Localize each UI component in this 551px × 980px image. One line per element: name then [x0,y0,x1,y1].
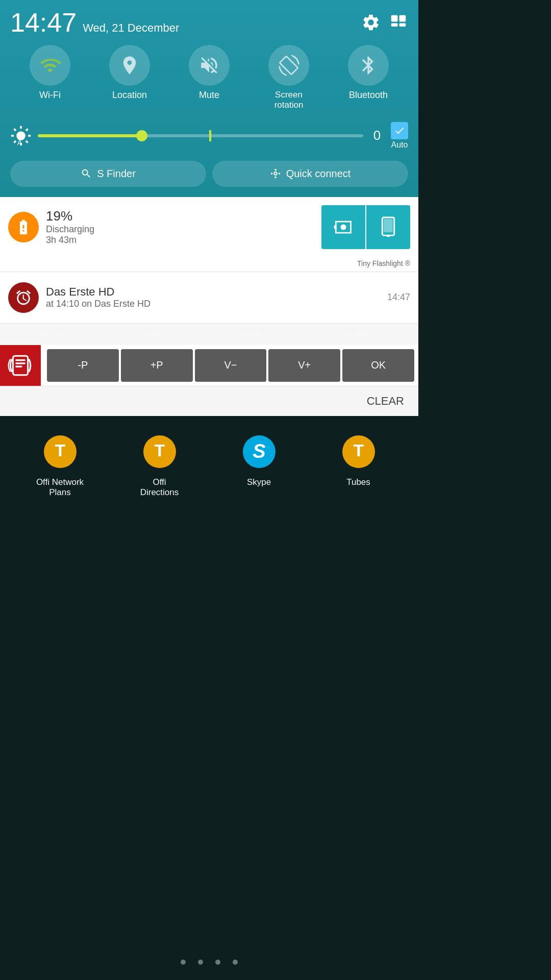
remote-v-minus-button[interactable]: V− [195,349,267,382]
svg-rect-0 [391,15,398,22]
das-erste-notification: Das Erste HD at 14:10 on Das Erste HD 14… [0,272,418,324]
svg-line-8 [26,141,28,143]
s-finder-button[interactable]: S Finder [10,161,206,187]
skype-label: Skype [247,477,271,487]
app-icon-offi-network[interactable]: T Offi NetworkPlans [27,431,93,498]
brightness-row: A 0 Auto [10,120,408,152]
skype-icon: S [239,431,280,472]
flashlight-projector-button[interactable] [321,205,365,249]
offi-network-label: Offi NetworkPlans [36,477,84,498]
home-dot-2 [198,960,203,965]
offi-directions-icon: T [139,431,180,472]
remote-minus-p-button[interactable]: -P [47,349,119,382]
svg-rect-2 [391,23,398,27]
bluetooth-circle [348,45,389,86]
svg-point-16 [274,177,277,179]
offi-network-icon: T [40,431,81,472]
quick-connect-button[interactable]: Quick connect [212,161,408,187]
alarm-icon [8,282,39,313]
header-icons [361,13,408,32]
battery-notification: 19% Discharging 3h 43m [0,197,418,257]
clear-button[interactable]: CLEAR [361,391,410,411]
auto-brightness-toggle[interactable]: Auto [391,122,408,150]
multiwindow-icon[interactable] [389,13,408,32]
svg-rect-3 [399,23,406,27]
svg-point-17 [270,173,272,175]
das-erste-time: 14:47 [387,292,410,303]
home-dot-3 [215,960,220,965]
screen-rotation-label: Screenrotation [274,90,304,111]
flashlight-buttons [321,205,410,249]
clock-date: Wed, 21 December [83,21,179,35]
toggle-row: Wi-Fi Location Mute [10,45,408,111]
s-finder-label: S Finder [97,168,136,180]
battery-status: Discharging [46,224,314,235]
remote-app-icon [0,345,41,386]
svg-point-14 [274,173,277,176]
clock-time: 14:47 [10,9,77,36]
battery-notification-card: 19% Discharging 3h 43m [0,197,418,272]
app-icons-row: T Offi NetworkPlans T OffiDirections S S… [0,416,418,503]
svg-rect-24 [13,356,28,375]
auto-label: Auto [391,140,408,150]
das-erste-subtitle: at 14:10 on Das Erste HD [46,299,380,309]
svg-text:T: T [154,440,165,460]
wifi-toggle[interactable]: Wi-Fi [30,45,70,111]
svg-point-18 [278,173,280,175]
bluetooth-toggle[interactable]: Bluetooth [348,45,389,111]
quick-settings-panel: 14:47 Wed, 21 December [0,0,418,197]
brightness-icon: A [10,125,32,146]
svg-point-19 [341,224,346,230]
app-icon-offi-directions[interactable]: T OffiDirections [127,431,193,498]
das-erste-text: Das Erste HD at 14:10 on Das Erste HD [46,285,380,309]
remote-v-plus-button[interactable]: V+ [268,349,340,382]
home-dot-4 [233,960,238,965]
tubes-label: Tubes [346,477,370,487]
location-toggle[interactable]: Location [109,45,150,111]
mute-circle [189,45,230,86]
brightness-value: 0 [369,128,385,143]
screen-rotation-circle [268,45,309,86]
settings-icon[interactable] [361,13,381,32]
quick-actions: S Finder Quick connect [10,161,408,187]
status-bar: 14:47 Wed, 21 December [10,9,408,36]
home-dot-1 [181,960,186,965]
location-label: Location [112,90,147,101]
wifi-label: Wi-Fi [39,90,61,101]
quick-connect-label: Quick connect [286,168,351,180]
svg-rect-1 [399,15,406,22]
time-date: 14:47 Wed, 21 December [10,9,179,36]
brightness-thumb [136,130,147,141]
remote-buttons: -P +P V− V+ OK [43,345,418,386]
svg-line-7 [14,129,16,131]
brightness-slider[interactable] [38,134,363,137]
battery-icon [8,212,39,242]
offi-directions-label: OffiDirections [140,477,179,498]
brightness-fill [38,134,142,137]
svg-text:S: S [253,440,265,462]
auto-checkbox [391,122,408,139]
remote-plus-p-button[interactable]: +P [121,349,193,382]
svg-rect-22 [384,219,393,232]
tiny-flashlight-label: Tiny Flashlight ® [0,257,418,272]
mute-label: Mute [199,90,219,101]
flashlight-screen-button[interactable] [366,205,410,249]
svg-text:T: T [55,440,65,460]
app-icon-skype[interactable]: S Skype [226,431,292,498]
das-erste-title: Das Erste HD [46,285,380,299]
svg-text:T: T [353,440,364,460]
wifi-circle [30,45,70,86]
app-strip: Mi Zuhu... Suzan... Fashion... Uni Stam.… [0,324,418,345]
app-icon-tubes[interactable]: T Tubes [325,431,392,498]
brightness-mark [209,130,211,141]
clear-bar: CLEAR [0,386,418,416]
remote-notification: -P +P V− V+ OK [0,345,418,386]
location-circle [109,45,150,86]
battery-percent: 19% [46,208,314,224]
remote-ok-button[interactable]: OK [342,349,414,382]
home-dots [0,960,418,965]
screen-rotation-toggle[interactable]: Screenrotation [268,45,309,111]
mute-toggle[interactable]: Mute [189,45,230,111]
svg-line-11 [14,141,16,143]
svg-line-12 [26,129,28,131]
